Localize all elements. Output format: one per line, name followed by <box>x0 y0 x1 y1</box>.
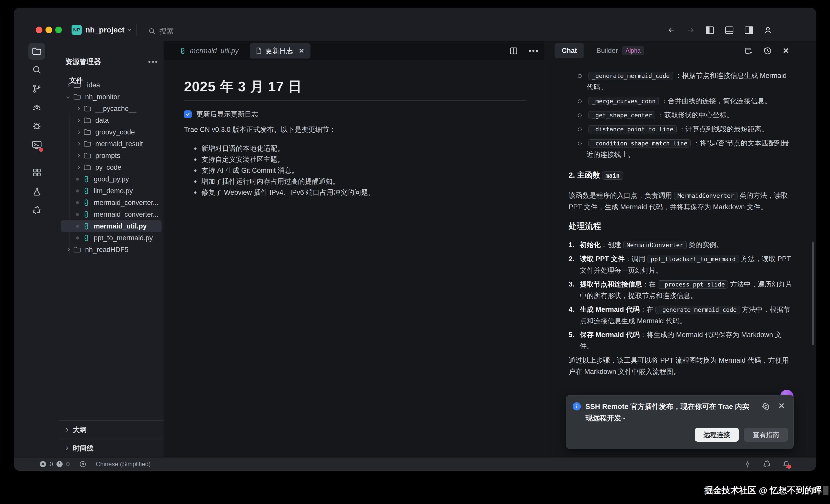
screencast-icon[interactable] <box>79 460 87 468</box>
file-dot <box>76 213 79 216</box>
editor-more-icon[interactable]: ••• <box>529 46 539 55</box>
tree-item-mermaid_result[interactable]: mermaid_result <box>61 138 161 150</box>
error-circle-icon[interactable]: ✕ <box>40 461 46 467</box>
desktop: NP nh_project 搜索 <box>0 0 830 504</box>
warning-count[interactable]: 0 <box>66 461 69 468</box>
alpha-badge: Alpha <box>622 46 644 55</box>
gear-icon[interactable] <box>762 402 770 410</box>
minimize-window-button[interactable] <box>45 27 52 33</box>
global-search[interactable]: 搜索 <box>148 26 174 36</box>
extensions-icon[interactable] <box>28 164 45 181</box>
test-flask-icon[interactable] <box>28 183 45 200</box>
close-panel-icon[interactable]: ✕ <box>783 46 789 55</box>
chevron-right-icon <box>65 446 68 450</box>
tree-item-nh_readHDF5[interactable]: nh_readHDF5 <box>61 244 161 256</box>
toggle-right-panel-icon[interactable] <box>744 26 753 34</box>
watch-view-icon[interactable] <box>28 99 45 116</box>
view-guide-button[interactable]: 查看指南 <box>744 428 788 442</box>
code-chip: _generate_mermaid_code <box>656 306 740 314</box>
close-notification-icon[interactable]: ✕ <box>778 401 785 410</box>
toggle-bottom-panel-icon[interactable] <box>725 26 734 34</box>
new-chat-icon[interactable] <box>744 47 753 55</box>
explorer-more-icon[interactable]: ••• <box>148 58 158 66</box>
method-item: _condition_shape_match_line：将“是/否”节点的文本匹… <box>576 137 794 160</box>
source-control-icon[interactable] <box>28 80 45 97</box>
chevron-down-icon <box>66 95 70 99</box>
tab-mermaid-util[interactable]: mermaid_util.py <box>173 43 245 59</box>
tab-changelog[interactable]: 更新日志 ✕ <box>250 43 311 59</box>
method-desc: ：合并曲线的连接，简化连接信息。 <box>661 97 771 105</box>
folder-icon <box>73 246 81 253</box>
python-file-icon <box>83 175 90 183</box>
history-icon[interactable] <box>763 46 772 55</box>
tree-item-mermaid_converter...[interactable]: mermaid_converter... <box>61 197 161 209</box>
explorer-title: 资源管理器 <box>65 57 101 67</box>
tree-item-ppt_to_mermaid.py[interactable]: ppt_to_mermaid.py <box>61 232 161 244</box>
release-note: 修复了 Webview 插件 IPv4、IPv6 端口占用冲突的问题。 <box>194 187 525 198</box>
explorer-icon[interactable] <box>28 43 45 60</box>
tree-item-llm_demo.py[interactable]: llm_demo.py <box>61 185 161 197</box>
tree-item-label: mermaid_converter... <box>94 199 159 207</box>
tree-item-groovy_code[interactable]: groovy_code <box>61 126 161 138</box>
tree-item-nh_monitor[interactable]: nh_monitor <box>61 91 161 103</box>
show-changelog-checkbox[interactable] <box>184 111 192 118</box>
search-view-icon[interactable] <box>28 61 45 78</box>
chat-scrollbar[interactable] <box>812 242 814 345</box>
chevron-right-icon <box>76 154 80 157</box>
tree-item-good_py.py[interactable]: good_py.py <box>61 173 161 185</box>
release-note: 增加了插件运行时内存占用过高的提醒通知。 <box>194 176 525 187</box>
file-dot <box>76 189 79 192</box>
folder-icon <box>84 129 91 135</box>
tree-item-data[interactable]: data <box>61 115 161 126</box>
tree-item-.idea[interactable]: .idea <box>61 79 161 91</box>
tree-item-label: nh_readHDF5 <box>85 246 129 254</box>
folder-icon <box>84 140 91 147</box>
close-tab-icon[interactable]: ✕ <box>299 47 305 55</box>
warning-circle-icon[interactable]: ! <box>57 461 63 467</box>
tab-builder[interactable]: Builder Alpha <box>597 43 644 58</box>
file-dot <box>76 178 79 181</box>
commit-icon[interactable] <box>744 460 751 468</box>
debug-icon[interactable] <box>28 118 45 134</box>
bell-icon[interactable] <box>783 460 790 468</box>
forward-arrow-icon[interactable] <box>687 26 695 34</box>
tree-item-label: mermaid_result <box>95 140 143 148</box>
back-arrow-icon[interactable] <box>668 26 676 34</box>
method-desc: ：计算点到线段的最短距离。 <box>679 125 768 133</box>
tree-item-label: prompts <box>95 152 120 160</box>
trae-logo-icon[interactable] <box>763 460 771 469</box>
chevron-down-icon <box>128 27 132 31</box>
tree-item-prompts[interactable]: prompts <box>61 150 161 161</box>
release-note: 新增对日语的本地化适配。 <box>194 143 525 154</box>
process-step: 4.生成 Mermaid 代码：在_generate_mermaid_code方… <box>569 304 794 327</box>
error-count[interactable]: 0 <box>50 461 53 468</box>
chevron-right-icon <box>76 166 80 169</box>
remote-connect-button[interactable]: 远程连接 <box>695 428 739 442</box>
notification-badge <box>787 465 791 469</box>
tree-item-mermaid_converter...[interactable]: mermaid_converter... <box>61 209 161 220</box>
project-switcher[interactable]: NP nh_project <box>71 25 131 35</box>
file-dot <box>76 201 79 204</box>
terminal-icon[interactable] <box>28 136 45 153</box>
activity-bar <box>14 41 59 457</box>
folder-icon <box>84 117 91 124</box>
titlebar-divider <box>136 24 137 36</box>
chevron-right-icon <box>76 107 80 111</box>
timeline-section[interactable]: 时间线 <box>59 439 164 457</box>
zoom-window-button[interactable] <box>55 27 62 33</box>
toggle-left-panel-icon[interactable] <box>705 26 714 34</box>
split-editor-icon[interactable] <box>510 47 518 55</box>
tree-item-py_code[interactable]: py_code <box>61 161 161 173</box>
tree-item-label: py_code <box>95 164 121 171</box>
folder-icon <box>84 105 91 112</box>
tree-item-__pycache__[interactable]: __pycache__ <box>61 103 161 115</box>
language-indicator[interactable]: Chinese (Simplified) <box>96 461 151 468</box>
tab-chat[interactable]: Chat <box>554 43 584 58</box>
search-icon <box>148 27 156 35</box>
tree-item-mermaid_util.py[interactable]: mermaid_util.py <box>61 220 161 232</box>
python-file-icon <box>83 234 90 242</box>
close-window-button[interactable] <box>36 27 42 33</box>
account-icon[interactable] <box>764 26 772 34</box>
outline-section[interactable]: 大纲 <box>59 420 164 439</box>
trae-plugin-icon[interactable] <box>28 202 45 219</box>
